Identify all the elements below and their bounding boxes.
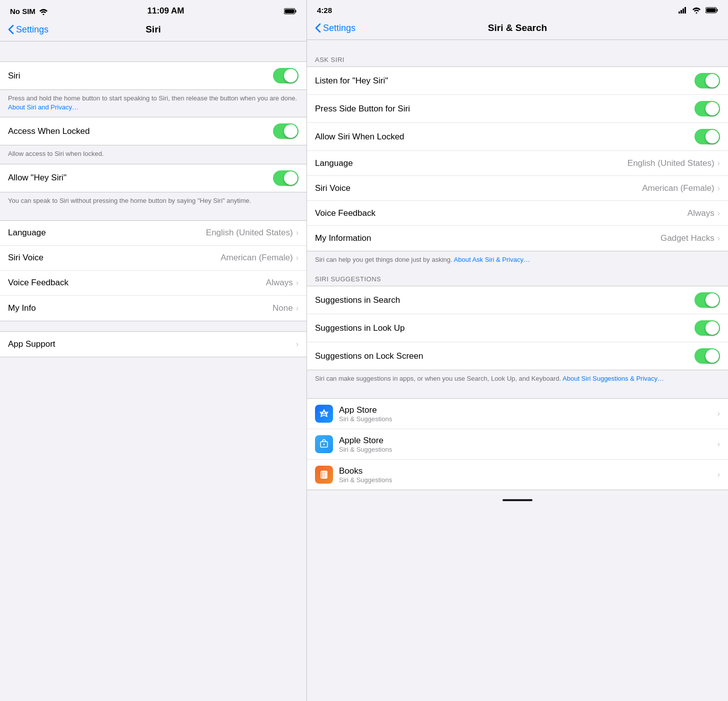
voice-feedback-label: Voice Feedback [8, 278, 266, 288]
app-support-row[interactable]: App Support › [0, 332, 306, 357]
scroll-indicator [502, 499, 532, 501]
listen-hey-siri-toggle[interactable] [694, 73, 720, 88]
access-locked-toggle[interactable] [273, 123, 298, 139]
left-hey-siri-section: Allow "Hey Siri" [0, 164, 306, 192]
right-voice-feedback-row[interactable]: Voice Feedback Always › [307, 201, 728, 226]
svg-rect-3 [285, 9, 294, 13]
svg-rect-7 [684, 7, 686, 13]
right-battery-icon [706, 7, 718, 13]
books-row[interactable]: Books Siri & Suggestions › [307, 460, 728, 490]
right-status-bar: 4:28 [307, 0, 728, 18]
right-language-row[interactable]: Language English (United States) › [307, 151, 728, 176]
language-value: English (United States) [206, 228, 293, 238]
books-name: Books [339, 466, 718, 476]
scroll-indicator-container [307, 490, 728, 506]
apple-store-name: Apple Store [339, 436, 718, 446]
svg-rect-5 [680, 10, 682, 13]
svg-rect-11 [706, 8, 716, 12]
my-info-row[interactable]: My Info None › [0, 296, 306, 321]
siri-desc-text: Press and hold the home button to start … [8, 94, 297, 102]
apple-store-row[interactable]: Apple Store Siri & Suggestions › [307, 429, 728, 460]
right-back-chevron [315, 23, 321, 33]
apple-store-info: Apple Store Siri & Suggestions [339, 436, 718, 453]
siri-privacy-link[interactable]: About Siri and Privacy… [8, 103, 78, 111]
allow-siri-locked-toggle[interactable] [694, 129, 720, 144]
right-nav-title: Siri & Search [488, 22, 547, 33]
press-side-button-toggle[interactable] [694, 101, 720, 116]
hey-siri-row[interactable]: Allow "Hey Siri" [0, 164, 306, 192]
suggestions-search-row[interactable]: Suggestions in Search [307, 286, 728, 314]
press-side-button-row[interactable]: Press Side Button for Siri [307, 95, 728, 123]
right-settings-content: ASK SIRI Listen for "Hey Siri" Press Sid… [307, 40, 728, 701]
app-store-logo [319, 409, 329, 419]
left-nav-title: Siri [146, 24, 161, 35]
siri-voice-row[interactable]: Siri Voice American (Female) › [0, 246, 306, 271]
allow-siri-locked-label: Allow Siri When Locked [315, 132, 694, 142]
right-my-information-chevron: › [718, 234, 720, 243]
left-battery-icon [284, 8, 296, 14]
siri-toggle-row[interactable]: Siri [0, 62, 306, 89]
left-back-button[interactable]: Settings [8, 24, 48, 35]
suggestions-lookup-label: Suggestions in Look Up [315, 323, 694, 333]
right-signal-icon [678, 7, 688, 13]
left-settings-content: Siri Press and hold the home button to s… [0, 41, 306, 701]
svg-rect-6 [682, 8, 684, 13]
svg-point-0 [43, 13, 44, 15]
ask-siri-description: Siri can help you get things done just b… [307, 251, 728, 269]
suggestions-desc-text: Siri can make suggestions in apps, or wh… [315, 375, 561, 382]
suggestions-search-toggle[interactable] [694, 292, 720, 308]
language-row[interactable]: Language English (United States) › [0, 221, 306, 246]
apple-store-chevron: › [718, 440, 720, 449]
ask-siri-desc-text: Siri can help you get things done just b… [315, 256, 452, 263]
left-carrier: No SIM [10, 7, 48, 15]
right-language-chevron: › [718, 159, 720, 168]
right-voice-feedback-label: Voice Feedback [315, 208, 688, 218]
app-store-row[interactable]: App Store Siri & Suggestions › [307, 399, 728, 429]
svg-rect-10 [717, 9, 718, 11]
right-siri-voice-row[interactable]: Siri Voice American (Female) › [307, 176, 728, 201]
hey-siri-desc-text: You can speak to Siri without pressing t… [8, 197, 251, 204]
right-wifi-icon [692, 7, 700, 13]
access-locked-label: Access When Locked [8, 126, 273, 136]
books-info: Books Siri & Suggestions [339, 466, 718, 484]
right-language-value: English (United States) [628, 158, 714, 168]
app-store-chevron: › [718, 409, 720, 418]
right-voice-feedback-chevron: › [718, 209, 720, 218]
ask-siri-header: ASK SIRI [307, 50, 728, 66]
carrier-text: No SIM [10, 7, 36, 15]
siri-voice-label: Siri Voice [8, 253, 220, 263]
voice-feedback-row[interactable]: Voice Feedback Always › [0, 271, 306, 296]
left-time: 11:09 AM [148, 6, 184, 16]
siri-privacy-link-text: About Siri and Privacy… [8, 103, 78, 111]
suggestions-lockscreen-row[interactable]: Suggestions on Lock Screen [307, 342, 728, 370]
right-back-button[interactable]: Settings [315, 23, 356, 33]
suggestions-lockscreen-label: Suggestions on Lock Screen [315, 351, 694, 361]
svg-rect-4 [678, 11, 680, 13]
suggestions-search-label: Suggestions in Search [315, 295, 694, 305]
listen-hey-siri-row[interactable]: Listen for "Hey Siri" [307, 67, 728, 95]
svg-rect-18 [322, 471, 327, 478]
suggestions-lookup-toggle[interactable] [694, 320, 720, 336]
app-store-subtitle: Siri & Suggestions [339, 415, 718, 423]
suggestions-privacy-link[interactable]: About Siri Suggestions & Privacy… [562, 375, 664, 382]
language-label: Language [8, 228, 206, 238]
suggestions-lockscreen-toggle[interactable] [694, 348, 720, 364]
hey-siri-description: You can speak to Siri without pressing t… [0, 192, 306, 210]
hey-siri-toggle[interactable] [273, 170, 298, 186]
suggestions-description: Siri can make suggestions in apps, or wh… [307, 370, 728, 388]
press-side-button-label: Press Side Button for Siri [315, 104, 694, 114]
suggestions-lookup-row[interactable]: Suggestions in Look Up [307, 314, 728, 342]
siri-label: Siri [8, 71, 273, 81]
language-chevron: › [296, 228, 298, 237]
left-back-chevron [8, 24, 14, 34]
ask-siri-privacy-link[interactable]: About Ask Siri & Privacy… [454, 256, 530, 263]
my-info-label: My Info [8, 303, 272, 313]
app-store-icon [315, 405, 333, 423]
left-battery-area [284, 8, 296, 14]
left-app-support-section: App Support › [0, 331, 306, 357]
right-my-information-row[interactable]: My Information Gadget Hacks › [307, 226, 728, 251]
allow-siri-locked-row[interactable]: Allow Siri When Locked [307, 123, 728, 151]
right-suggestions-section: Suggestions in Search Suggestions in Loo… [307, 286, 728, 370]
access-locked-row[interactable]: Access When Locked [0, 117, 306, 145]
siri-toggle[interactable] [273, 68, 298, 83]
